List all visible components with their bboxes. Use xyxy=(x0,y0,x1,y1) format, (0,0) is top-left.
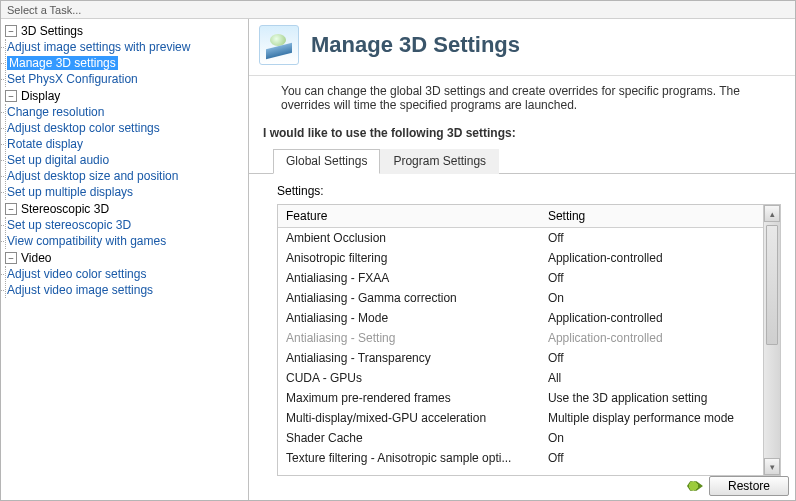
table-row[interactable]: Anisotropic filteringApplication-control… xyxy=(278,248,763,268)
tree-item[interactable]: Adjust video image settings xyxy=(7,283,153,297)
table-row[interactable]: Antialiasing - ModeApplication-controlle… xyxy=(278,308,763,328)
restore-button[interactable]: Restore xyxy=(709,476,789,496)
tree-branch-icon xyxy=(1,112,4,113)
setting-cell[interactable]: Use the 3D application setting xyxy=(540,388,763,408)
feature-cell: Ambient Occlusion xyxy=(278,228,540,249)
tree-category[interactable]: Stereoscopic 3D xyxy=(21,202,109,216)
settings-3d-icon xyxy=(259,25,299,65)
setting-cell[interactable]: Off xyxy=(540,448,763,468)
tree-item[interactable]: Adjust desktop color settings xyxy=(7,121,160,135)
main-panel: Manage 3D Settings You can change the gl… xyxy=(249,19,795,500)
feature-cell: Maximum pre-rendered frames xyxy=(278,388,540,408)
scroll-thumb[interactable] xyxy=(766,225,778,345)
feature-cell: Antialiasing - Gamma correction xyxy=(278,288,540,308)
page-description: You can change the global 3D settings an… xyxy=(249,76,795,116)
feature-cell: Antialiasing - FXAA xyxy=(278,268,540,288)
tree-category[interactable]: Display xyxy=(21,89,60,103)
tree-item[interactable]: Set up digital audio xyxy=(7,153,109,167)
tree-item[interactable]: Adjust video color settings xyxy=(7,267,146,281)
table-row[interactable]: Antialiasing - FXAAOff xyxy=(278,268,763,288)
feature-cell: Shader Cache xyxy=(278,428,540,448)
tree-branch-icon xyxy=(1,128,4,129)
feature-cell: Antialiasing - Mode xyxy=(278,308,540,328)
tree-branch-icon xyxy=(1,225,4,226)
scroll-up-icon[interactable]: ▴ xyxy=(764,205,780,222)
setting-cell[interactable]: Application-controlled xyxy=(540,308,763,328)
feature-cell: Multi-display/mixed-GPU acceleration xyxy=(278,408,540,428)
feature-cell: Antialiasing - Transparency xyxy=(278,348,540,368)
table-row[interactable]: Ambient OcclusionOff xyxy=(278,228,763,249)
feature-cell: Texture filtering - Anisotropic sample o… xyxy=(278,448,540,468)
nvidia-logo-icon xyxy=(687,480,703,492)
tree-branch-icon xyxy=(1,47,4,48)
tree-category[interactable]: 3D Settings xyxy=(21,24,83,38)
feature-cell: Antialiasing - Setting xyxy=(278,328,540,348)
table-row[interactable]: Antialiasing - Gamma correctionOn xyxy=(278,288,763,308)
table-row[interactable]: Antialiasing - SettingApplication-contro… xyxy=(278,328,763,348)
footer: Restore xyxy=(687,476,789,496)
hero: Manage 3D Settings xyxy=(249,19,795,76)
tree-branch-icon xyxy=(1,192,4,193)
tree-category[interactable]: Video xyxy=(21,251,51,265)
settings-table-container: Feature Setting Ambient OcclusionOffAnis… xyxy=(277,204,781,476)
task-header: Select a Task... xyxy=(1,1,795,19)
setting-cell[interactable]: Multiple display performance mode xyxy=(540,408,763,428)
setting-cell[interactable]: Off xyxy=(540,268,763,288)
tree-item[interactable]: Manage 3D settings xyxy=(7,56,118,70)
tree-branch-icon xyxy=(1,290,4,291)
tree-branch-icon xyxy=(1,176,4,177)
settings-scrollbar[interactable]: ▴ ▾ xyxy=(763,205,780,475)
table-row[interactable]: CUDA - GPUsAll xyxy=(278,368,763,388)
tree-expander-icon[interactable]: − xyxy=(5,203,17,215)
tree-item[interactable]: Adjust desktop size and position xyxy=(7,169,178,183)
tree-item[interactable]: Set up multiple displays xyxy=(7,185,133,199)
setting-cell[interactable]: Application-controlled xyxy=(540,328,763,348)
table-row[interactable]: Multi-display/mixed-GPU accelerationMult… xyxy=(278,408,763,428)
feature-cell: CUDA - GPUs xyxy=(278,368,540,388)
section-heading: I would like to use the following 3D set… xyxy=(249,116,795,148)
table-row[interactable]: Shader CacheOn xyxy=(278,428,763,448)
setting-cell[interactable]: Off xyxy=(540,228,763,249)
tree-branch-icon xyxy=(1,79,4,80)
task-header-label: Select a Task... xyxy=(7,4,81,16)
tree-branch-icon xyxy=(1,63,4,64)
tree-branch-icon xyxy=(1,144,4,145)
table-row[interactable]: Texture filtering - Anisotropic sample o… xyxy=(278,448,763,468)
settings-table: Feature Setting Ambient OcclusionOffAnis… xyxy=(278,205,763,468)
setting-cell[interactable]: Application-controlled xyxy=(540,248,763,268)
setting-cell[interactable]: On xyxy=(540,288,763,308)
tree-item[interactable]: Rotate display xyxy=(7,137,83,151)
feature-cell: Anisotropic filtering xyxy=(278,248,540,268)
column-setting[interactable]: Setting xyxy=(540,205,763,228)
task-tree: −3D SettingsAdjust image settings with p… xyxy=(1,19,249,500)
tab-program-settings[interactable]: Program Settings xyxy=(380,149,499,174)
tree-expander-icon[interactable]: − xyxy=(5,252,17,264)
tree-branch-icon xyxy=(1,160,4,161)
setting-cell[interactable]: On xyxy=(540,428,763,448)
tree-expander-icon[interactable]: − xyxy=(5,25,17,37)
tab-global-settings[interactable]: Global Settings xyxy=(273,149,380,174)
tree-branch-icon xyxy=(1,274,4,275)
tree-item[interactable]: View compatibility with games xyxy=(7,234,166,248)
table-row[interactable]: Antialiasing - TransparencyOff xyxy=(278,348,763,368)
page-title: Manage 3D Settings xyxy=(311,32,520,58)
tree-item[interactable]: Set PhysX Configuration xyxy=(7,72,138,86)
setting-cell[interactable]: All xyxy=(540,368,763,388)
tree-branch-icon xyxy=(1,241,4,242)
table-row[interactable]: Maximum pre-rendered framesUse the 3D ap… xyxy=(278,388,763,408)
scroll-down-icon[interactable]: ▾ xyxy=(764,458,780,475)
setting-cell[interactable]: Off xyxy=(540,348,763,368)
tree-item[interactable]: Set up stereoscopic 3D xyxy=(7,218,131,232)
settings-label: Settings: xyxy=(249,174,795,204)
tree-expander-icon[interactable]: − xyxy=(5,90,17,102)
tree-item[interactable]: Adjust image settings with preview xyxy=(7,40,190,54)
column-feature[interactable]: Feature xyxy=(278,205,540,228)
tree-item[interactable]: Change resolution xyxy=(7,105,104,119)
settings-tabs: Global SettingsProgram Settings xyxy=(249,148,795,174)
